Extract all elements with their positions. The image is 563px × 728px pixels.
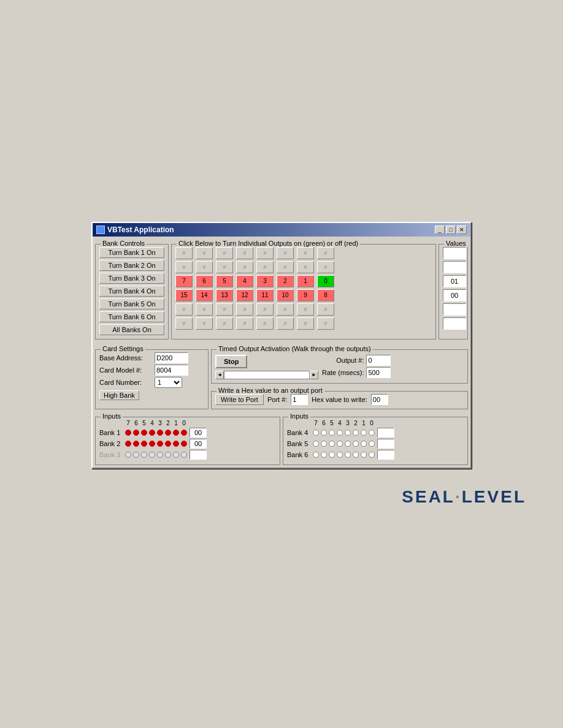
bank2-dot-6 — [133, 441, 139, 447]
bank5-dot-0 — [369, 441, 375, 447]
out-r4-c1[interactable]: 15 — [175, 289, 193, 301]
output-row-6: # # # # # # # # — [175, 317, 432, 330]
turn-bank5-on-button[interactable]: Turn Bank 5 On — [99, 298, 164, 309]
bank1-value: 00 — [190, 428, 207, 438]
turn-bank1-on-button[interactable]: Turn Bank 1 On — [99, 247, 164, 258]
out-r5-c2[interactable]: # — [196, 303, 213, 316]
output-num-input[interactable] — [366, 355, 391, 366]
card-number-select[interactable]: 1 — [155, 377, 182, 388]
out-r5-c7[interactable]: # — [297, 303, 314, 316]
out-r5-c1[interactable]: # — [175, 303, 193, 316]
slider-right-arrow[interactable]: ► — [310, 371, 318, 379]
bank-controls-label: Bank Controls — [101, 240, 147, 247]
out-r3-c1[interactable]: 7 — [175, 275, 193, 287]
out-r2-c2[interactable]: # — [196, 261, 213, 273]
minimize-button[interactable]: _ — [435, 226, 445, 234]
card-model-label: Card Model #: — [99, 366, 155, 374]
rate-input[interactable] — [366, 367, 391, 378]
bank1-dot-5 — [141, 430, 147, 436]
out-r5-c8[interactable]: # — [317, 303, 334, 316]
out-r3-c4[interactable]: 4 — [236, 275, 253, 287]
out-r6-c7[interactable]: # — [297, 317, 314, 330]
out-r2-c5[interactable]: # — [256, 261, 274, 273]
out-r3-c2[interactable]: 6 — [196, 275, 213, 287]
bank1-dot-3 — [157, 430, 163, 436]
out-r2-c6[interactable]: # — [277, 261, 294, 273]
port-input[interactable] — [291, 394, 308, 405]
slider-left-arrow[interactable]: ◄ — [215, 371, 224, 379]
hdr-6: 6 — [133, 420, 139, 427]
out-r4-c8[interactable]: 8 — [317, 289, 334, 301]
turn-bank3-on-button[interactable]: Turn Bank 3 On — [99, 273, 164, 284]
out-r4-c4[interactable]: 12 — [236, 289, 253, 301]
out-r4-c2[interactable]: 14 — [196, 289, 213, 301]
bank5-dot-5 — [329, 441, 335, 447]
input-bank6-dots — [313, 452, 375, 458]
close-button[interactable]: ✕ — [457, 226, 467, 234]
base-address-label: Base Address: — [99, 354, 155, 362]
out-r3-c5[interactable]: 3 — [256, 275, 274, 287]
write-to-port-button[interactable]: Write to Port — [215, 394, 264, 405]
out-r1-c1[interactable]: # — [175, 247, 193, 259]
bank4-dot-1 — [361, 430, 367, 436]
out-r3-c8[interactable]: 0 — [317, 275, 334, 287]
all-banks-on-button[interactable]: All Banks On — [99, 324, 164, 335]
top-section: Bank Controls Turn Bank 1 On Turn Bank 2… — [95, 239, 468, 339]
out-r2-c7[interactable]: # — [297, 261, 314, 273]
base-address-input[interactable] — [155, 352, 188, 363]
input-bank4-row: Bank 4 — [287, 428, 464, 438]
turn-bank2-on-button[interactable]: Turn Bank 2 On — [99, 260, 164, 271]
inputs-left-header: 7 6 5 4 3 2 1 0 — [125, 420, 276, 427]
bank2-dot-5 — [141, 441, 147, 447]
out-r6-c1[interactable]: # — [175, 317, 193, 330]
turn-bank4-on-button[interactable]: Turn Bank 4 On — [99, 286, 164, 297]
out-r6-c8[interactable]: # — [317, 317, 334, 330]
bank4-value — [377, 428, 394, 438]
out-r3-c7[interactable]: 1 — [297, 275, 314, 287]
hdr-1: 1 — [173, 420, 179, 427]
out-r6-c6[interactable]: # — [277, 317, 294, 330]
app-icon — [96, 226, 105, 234]
out-r6-c2[interactable]: # — [196, 317, 213, 330]
timed-right: Output #: Rate (msecs): — [322, 355, 391, 378]
out-r1-c7[interactable]: # — [297, 247, 314, 259]
out-r4-c3[interactable]: 13 — [216, 289, 233, 301]
out-r3-c3[interactable]: 5 — [216, 275, 233, 287]
hdr-4: 4 — [149, 420, 155, 427]
out-r1-c5[interactable]: # — [256, 247, 274, 259]
out-r2-c1[interactable]: # — [175, 261, 193, 273]
bank3-dot-2 — [165, 452, 171, 458]
rhdr-2: 2 — [353, 420, 359, 427]
out-r3-c6[interactable]: 2 — [277, 275, 294, 287]
out-r5-c5[interactable]: # — [256, 303, 274, 316]
slider-track[interactable] — [224, 371, 310, 379]
timed-left: Stop ◄ ► — [215, 355, 318, 379]
turn-bank6-on-button[interactable]: Turn Bank 6 On — [99, 311, 164, 322]
hex-value-input[interactable] — [371, 394, 388, 405]
card-model-input[interactable] — [155, 365, 188, 376]
out-r4-c6[interactable]: 10 — [277, 289, 294, 301]
out-r6-c5[interactable]: # — [256, 317, 274, 330]
timed-inner: Stop ◄ ► Output #: — [215, 355, 464, 379]
out-r4-c7[interactable]: 9 — [297, 289, 314, 301]
out-r1-c6[interactable]: # — [277, 247, 294, 259]
hdr-2: 2 — [165, 420, 171, 427]
out-r5-c4[interactable]: # — [236, 303, 253, 316]
input-bank1-label: Bank 1 — [99, 429, 125, 436]
maximize-button[interactable]: □ — [446, 226, 456, 234]
out-r1-c4[interactable]: # — [236, 247, 253, 259]
out-r2-c8[interactable]: # — [317, 261, 334, 273]
out-r2-c3[interactable]: # — [216, 261, 233, 273]
out-r1-c2[interactable]: # — [196, 247, 213, 259]
out-r5-c3[interactable]: # — [216, 303, 233, 316]
out-r5-c6[interactable]: # — [277, 303, 294, 316]
out-r1-c3[interactable]: # — [216, 247, 233, 259]
high-bank-button[interactable]: High Bank — [99, 390, 139, 400]
out-r6-c3[interactable]: # — [216, 317, 233, 330]
stop-button[interactable]: Stop — [215, 355, 247, 368]
out-r6-c4[interactable]: # — [236, 317, 253, 330]
out-r2-c4[interactable]: # — [236, 261, 253, 273]
brand-area: SEAL·LEVEL — [12, 487, 551, 507]
out-r1-c8[interactable]: # — [317, 247, 334, 259]
out-r4-c5[interactable]: 11 — [256, 289, 274, 301]
